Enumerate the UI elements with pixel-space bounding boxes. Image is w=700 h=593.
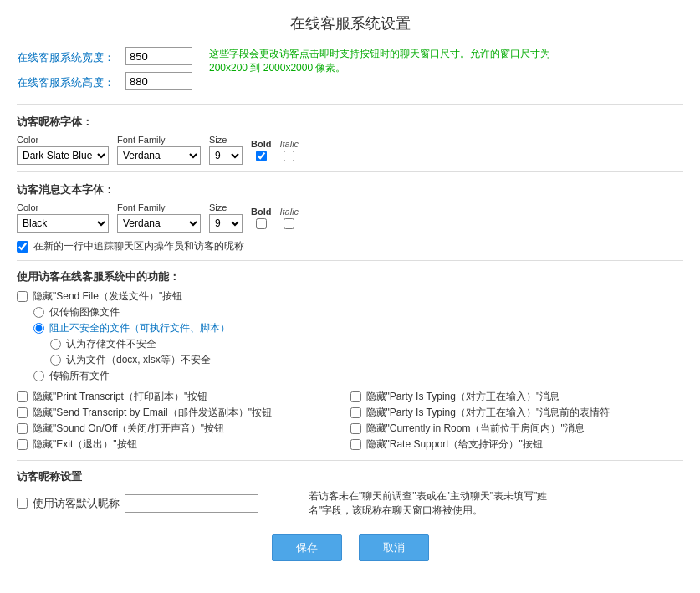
radio-all[interactable]: [33, 371, 44, 381]
visitor-name-info: 若访客未在"聊天前调查"表或在"主动聊天"表未填写"姓名"字段，该昵称在聊天窗口…: [309, 489, 559, 518]
nickname-color-select[interactable]: Dark Slate Blue Black Red Blue Green: [17, 146, 109, 165]
message-italic-checkbox[interactable]: [284, 218, 294, 229]
radio-image[interactable]: [33, 307, 44, 318]
height-input[interactable]: [125, 72, 192, 90]
radio-unsafe-label: 阻止不安全的文件（可执行文件、脚本）: [49, 321, 230, 335]
nickname-bold-checkbox[interactable]: [256, 151, 267, 161]
sound-onoff-label: 隐藏"Sound On/Off（关闭/打开声音）"按钮: [33, 422, 224, 436]
message-family-label: Font Family: [117, 202, 201, 212]
rate-support-checkbox[interactable]: [350, 439, 361, 450]
nickname-size-label: Size: [209, 135, 243, 145]
currently-in-room-checkbox[interactable]: [350, 423, 361, 434]
nickname-color-label: Color: [17, 135, 109, 145]
visitor-settings-title: 访客昵称设置: [17, 469, 683, 484]
message-italic-label: Italic: [279, 207, 299, 217]
message-size-label: Size: [209, 202, 243, 212]
radio-docx[interactable]: [50, 339, 61, 350]
nickname-bold-label: Bold: [251, 139, 271, 149]
party-typing-emoji-checkbox[interactable]: [350, 407, 361, 418]
track-checkbox-label: 在新的一行中追踪聊天区内操作员和访客的昵称: [33, 239, 244, 253]
height-label: 在线客服系统高度：: [17, 72, 125, 90]
use-default-name-checkbox[interactable]: [17, 498, 28, 509]
nickname-italic-checkbox[interactable]: [284, 151, 294, 161]
send-file-checkbox[interactable]: [17, 291, 28, 302]
party-typing-checkbox[interactable]: [350, 391, 361, 402]
radio-all-label: 传输所有文件: [49, 369, 110, 383]
message-font-title: 访客消息文本字体：: [17, 182, 683, 197]
nickname-font-title: 访客昵称字体：: [17, 115, 683, 130]
width-input[interactable]: [125, 47, 192, 65]
party-typing-emoji-label: 隐藏"Party Is Typing（对方正在输入）"消息前的表情符: [366, 406, 611, 420]
cancel-button[interactable]: 取消: [359, 534, 429, 561]
exit-checkbox[interactable]: [17, 439, 28, 450]
send-transcript-email-checkbox[interactable]: [17, 407, 28, 418]
nickname-italic-label: Italic: [279, 139, 299, 149]
nickname-size-select[interactable]: 8 9 10 11 12 14: [209, 146, 243, 165]
page-title: 在线客服系统设置: [17, 13, 683, 33]
message-family-select[interactable]: Verdana Arial Times New Roman Courier: [117, 214, 201, 233]
system-info-text: 这些字段会更改访客点击即时支持按钮时的聊天窗口尺寸。允许的窗口尺寸为 200x2…: [209, 47, 577, 75]
exit-label: 隐藏"Exit（退出）"按钮: [33, 437, 137, 452]
nickname-family-label: Font Family: [117, 135, 201, 145]
message-bold-label: Bold: [251, 207, 271, 217]
features-title: 使用访客在线客服系统中的功能：: [17, 269, 683, 284]
message-color-label: Color: [17, 202, 109, 212]
message-color-select[interactable]: Black Dark Slate Blue Red Blue Green: [17, 214, 109, 233]
print-transcript-checkbox[interactable]: [17, 391, 28, 402]
send-file-label: 隐藏"Send File（发送文件）"按钮: [33, 289, 182, 304]
print-transcript-label: 隐藏"Print Transcript（打印副本）"按钮: [33, 390, 207, 404]
visitor-name-input[interactable]: [125, 494, 258, 513]
send-transcript-email-label: 隐藏"Send Transcript by Email（邮件发送副本）"按钮: [33, 406, 272, 420]
radio-unsafe[interactable]: [33, 323, 44, 334]
rate-support-label: 隐藏"Rate Support（给支持评分）"按钮: [366, 437, 543, 452]
sound-onoff-checkbox[interactable]: [17, 423, 28, 434]
track-checkbox[interactable]: [17, 241, 28, 253]
message-size-select[interactable]: 8 9 10 11 12 14: [209, 214, 243, 233]
use-default-name-label: 使用访客默认昵称: [33, 496, 120, 511]
radio-image-label: 仅传输图像文件: [49, 305, 120, 320]
party-typing-label: 隐藏"Party Is Typing（对方正在输入）"消息: [366, 390, 560, 404]
radio-docx-label: 认为存储文件不安全: [66, 337, 156, 351]
radio-xlsx-label: 认为文件（docx, xlsx等）不安全: [66, 353, 211, 367]
currently-in-room-label: 隐藏"Currently in Room（当前位于房间内）"消息: [366, 422, 585, 436]
message-bold-checkbox[interactable]: [256, 218, 267, 229]
save-button[interactable]: 保存: [272, 534, 342, 561]
radio-xlsx[interactable]: [50, 355, 61, 366]
width-label: 在线客服系统宽度：: [17, 47, 125, 65]
nickname-family-select[interactable]: Verdana Arial Times New Roman Courier: [117, 146, 201, 165]
